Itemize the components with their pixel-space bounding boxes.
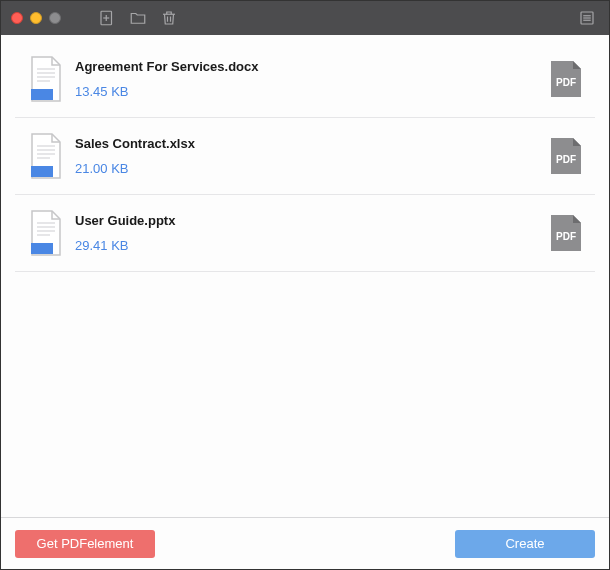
svg-text:PDF: PDF: [556, 77, 576, 88]
file-size: 21.00 KB: [75, 161, 541, 176]
file-row[interactable]: User Guide.pptx 29.41 KB PDF: [15, 195, 595, 272]
maximize-window-button[interactable]: [49, 12, 61, 24]
document-icon: [17, 55, 75, 103]
file-name: User Guide.pptx: [75, 213, 541, 228]
svg-text:PDF: PDF: [556, 231, 576, 242]
svg-rect-19: [31, 166, 53, 177]
svg-rect-13: [31, 89, 53, 100]
file-name: Agreement For Services.docx: [75, 59, 541, 74]
minimize-window-button[interactable]: [30, 12, 42, 24]
add-file-icon[interactable]: [97, 8, 117, 28]
file-row[interactable]: Agreement For Services.docx 13.45 KB PDF: [15, 41, 595, 118]
file-size: 29.41 KB: [75, 238, 541, 253]
file-list: Agreement For Services.docx 13.45 KB PDF: [1, 35, 609, 517]
list-icon[interactable]: [577, 8, 597, 28]
trash-icon[interactable]: [159, 8, 179, 28]
folder-icon[interactable]: [128, 8, 148, 28]
create-button[interactable]: Create: [455, 530, 595, 558]
pdf-target-icon: PDF: [541, 213, 591, 253]
pdf-target-icon: PDF: [541, 136, 591, 176]
svg-rect-25: [31, 243, 53, 254]
titlebar: [1, 1, 609, 35]
pdf-target-icon: PDF: [541, 59, 591, 99]
close-window-button[interactable]: [11, 12, 23, 24]
footer: Get PDFelement Create: [1, 517, 609, 569]
document-icon: [17, 209, 75, 257]
svg-text:PDF: PDF: [556, 154, 576, 165]
file-row[interactable]: Sales Contract.xlsx 21.00 KB PDF: [15, 118, 595, 195]
get-pdfelement-button[interactable]: Get PDFelement: [15, 530, 155, 558]
document-icon: [17, 132, 75, 180]
file-size: 13.45 KB: [75, 84, 541, 99]
file-name: Sales Contract.xlsx: [75, 136, 541, 151]
